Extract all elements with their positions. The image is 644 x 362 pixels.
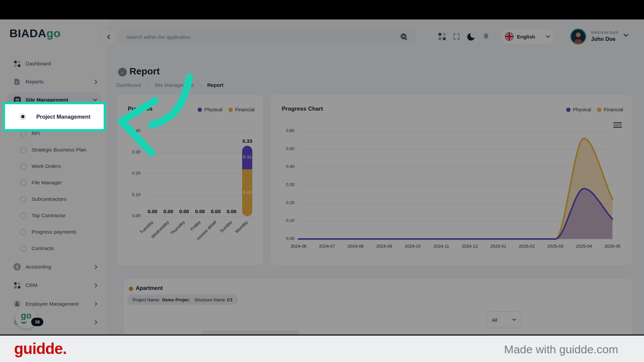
bar-segment-financial: 0.22	[242, 169, 252, 216]
radio-icon	[20, 245, 26, 252]
sidebar-item-strategic-business-plan[interactable]: Strategic Business Plan	[0, 143, 108, 157]
sidebar-item-label: Accounting	[25, 264, 51, 270]
radio-selected-icon	[19, 114, 26, 120]
x-axis-label: 2025-05	[598, 244, 627, 249]
legend-item-financial: Financial	[597, 107, 623, 112]
dark-mode-moon-icon[interactable]	[467, 33, 476, 43]
sidebar-item-reports[interactable]: Reports	[0, 75, 108, 88]
language-label: English	[517, 34, 535, 40]
breadcrumb-separator: •	[147, 83, 148, 87]
breadcrumb-site-management[interactable]: Site Management	[154, 82, 194, 88]
physical-dot-icon	[198, 108, 202, 112]
chevron-down-icon	[512, 318, 516, 321]
guidde-logo[interactable]: guidde.	[14, 340, 67, 358]
made-with-guidde[interactable]: Made with guidde.com	[504, 343, 618, 356]
fullscreen-icon[interactable]	[452, 33, 461, 42]
sidebar-item-top-contractor[interactable]: Top Contractor	[0, 209, 108, 222]
progress-chart-legend: Physical Financial	[566, 107, 623, 112]
legend-item-physical: Physical	[566, 107, 591, 112]
chevron-left-icon	[107, 35, 110, 39]
breadcrumb-report: Report	[207, 82, 223, 88]
x-axis-label: 2024-06	[284, 244, 313, 249]
logo-text-secondary: go	[46, 27, 61, 40]
chevron-right-icon	[95, 265, 97, 269]
letterbox-top	[0, 0, 644, 19]
highlighted-item-label: Project Management	[36, 114, 90, 120]
notifications-bell-icon[interactable]	[482, 33, 490, 42]
legend-item-physical: Physical	[198, 107, 222, 112]
y-axis-tick: 0.10	[124, 192, 141, 197]
chevron-down-icon	[546, 35, 550, 38]
financial-dot-icon	[228, 108, 233, 112]
sidebar-item-work-orders[interactable]: Work Orders	[0, 160, 108, 173]
sidebar-item-accounting[interactable]: $ Accounting	[0, 260, 108, 274]
sidebar-item-label: Strategic Business Plan	[32, 147, 87, 153]
dashboard-grid-icon	[13, 60, 21, 67]
progress-legend: Physical Financial	[198, 107, 255, 112]
sidebar-item-subcontractors[interactable]: Subcontractors	[0, 192, 108, 206]
legend-item-financial: Financial	[228, 107, 255, 112]
progress-card: Progress Physical Financial 0.400.300.20…	[116, 95, 264, 265]
app-logo[interactable]: BIADAgo	[9, 27, 61, 40]
project-name-chip: Project Name: Demo Project	[127, 295, 196, 305]
user-name: John Doe	[591, 36, 615, 42]
y-axis-tick: 0.10	[278, 218, 294, 223]
sidebar-item-contracts[interactable]: Contracts	[0, 242, 108, 255]
back-arrow-icon: ←	[120, 69, 125, 75]
chevron-down-icon[interactable]	[623, 34, 629, 37]
back-button[interactable]: ←	[118, 68, 127, 76]
financial-dot-icon	[597, 108, 601, 112]
legend-label: Financial	[235, 107, 255, 112]
radio-icon	[20, 180, 26, 186]
search-icon[interactable]	[400, 33, 408, 42]
sidebar-item-label: CRM	[25, 282, 37, 288]
progress-chart-card: Progress Chart Physical Financial 0.600.…	[270, 95, 632, 265]
sidebar-collapse-button[interactable]	[100, 28, 117, 45]
legend-label: Physical	[573, 107, 591, 112]
apartment-dot-icon	[129, 287, 133, 291]
chart-menu-icon[interactable]	[613, 121, 622, 129]
apps-grid-icon[interactable]	[438, 33, 446, 42]
user-avatar[interactable]	[570, 28, 586, 45]
sidebar-item-dashboard[interactable]: Dashboard	[0, 57, 108, 70]
gridline	[145, 174, 255, 174]
logo-text-primary: BIADA	[9, 27, 46, 40]
sidebar-item-progress-payments[interactable]: Progress payments	[0, 225, 108, 239]
apartment-card: Apartment Project Name: Demo Project Str…	[123, 278, 632, 339]
bar-value-label: 0.22	[242, 190, 252, 195]
sidebar-item-employee-management[interactable]: Employee Management	[0, 297, 108, 310]
language-selector[interactable]: English	[500, 28, 555, 45]
chip-value: Demo Project	[162, 297, 190, 302]
filter-dropdown[interactable]: All	[487, 311, 521, 328]
x-axis-label: 2024-08	[341, 244, 370, 249]
structure-name-chip: Structure Name C1	[189, 295, 238, 305]
filter-value: All	[492, 317, 497, 323]
sidebar-item-label: File Manager	[32, 180, 62, 186]
radio-icon	[20, 213, 26, 219]
breadcrumb-dashboard[interactable]: Dashboard	[116, 82, 141, 88]
search-input[interactable]	[126, 28, 382, 45]
sidebar-item-file-manager[interactable]: File Manager	[0, 176, 108, 189]
bar-total-label: 0.33	[237, 138, 257, 144]
legend-label: Physical	[204, 107, 222, 112]
crm-grid-icon	[13, 282, 21, 289]
area-chart-svg	[299, 131, 612, 239]
guidde-footer: guidde. Made with guidde.com	[0, 335, 644, 362]
uk-flag-icon	[505, 32, 514, 41]
dollar-icon: $	[13, 263, 21, 270]
sidebar-item-label: Subcontractors	[32, 196, 66, 202]
legend-label: Financial	[604, 107, 623, 112]
highlighted-sidebar-item-project-management[interactable]: Project Management	[3, 102, 106, 131]
y-axis-tick: 0.40	[124, 128, 141, 133]
chevron-right-icon	[95, 283, 97, 288]
x-axis-label: 2025-02	[513, 244, 541, 249]
radio-icon	[20, 147, 26, 153]
svg-text:$: $	[16, 264, 18, 269]
chip-label: Project Name:	[132, 297, 160, 302]
sidebar-item-crm[interactable]: CRM	[0, 279, 108, 292]
gridline	[145, 195, 255, 195]
radio-icon	[20, 229, 26, 235]
y-axis-tick: 0.30	[124, 149, 141, 155]
sidebar-item-label: Dashboard	[25, 61, 51, 67]
page-title: Report	[129, 66, 160, 77]
